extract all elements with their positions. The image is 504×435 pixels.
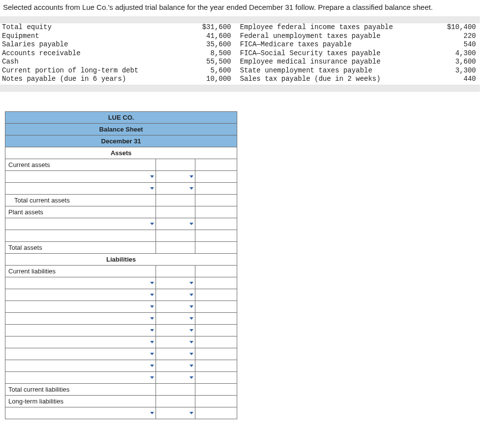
tb-label: Cash [2, 58, 201, 67]
tb-value: 3,300 [439, 67, 476, 75]
value-dropdown[interactable] [156, 371, 195, 383]
account-dropdown[interactable] [5, 371, 156, 383]
value-dropdown[interactable] [156, 407, 195, 419]
tb-label: Total equity [2, 23, 201, 32]
value-dropdown[interactable] [156, 182, 195, 194]
value-dropdown[interactable] [156, 301, 195, 312]
blank-label[interactable] [5, 230, 156, 241]
account-dropdown[interactable] [5, 289, 156, 301]
value-cell[interactable] [195, 182, 237, 194]
value-cell[interactable] [156, 265, 195, 277]
value-cell[interactable] [195, 241, 237, 253]
trial-balance: Total equity Equipment Salaries payable … [0, 23, 480, 85]
tb-label: Accounts receivable [2, 49, 201, 58]
account-dropdown[interactable] [5, 218, 156, 230]
value-cell[interactable] [156, 383, 195, 395]
tb-label: Employee federal income taxes payable [240, 23, 439, 32]
divider [0, 85, 480, 92]
tb-value: 5,600 [201, 67, 231, 75]
value-cell[interactable] [195, 218, 237, 230]
bs-company: LUE CO. [5, 111, 237, 123]
tb-label: FICA—Medicare taxes payable [240, 40, 439, 49]
value-dropdown[interactable] [156, 312, 195, 324]
account-dropdown[interactable] [5, 182, 156, 194]
value-cell[interactable] [195, 265, 237, 277]
value-cell[interactable] [156, 230, 195, 241]
account-dropdown[interactable] [5, 360, 156, 371]
bs-title: Balance Sheet [5, 123, 237, 135]
value-cell[interactable] [195, 383, 237, 395]
value-dropdown[interactable] [156, 277, 195, 289]
tb-label: Current portion of long-term debt [2, 67, 201, 75]
account-dropdown[interactable] [5, 324, 156, 336]
tb-label: State unemployment taxes payable [240, 67, 439, 75]
balance-sheet-table: LUE CO. Balance Sheet December 31 Assets… [5, 111, 237, 419]
tb-value: $10,400 [439, 23, 476, 32]
value-cell[interactable] [195, 194, 237, 206]
long-term-liabilities-label: Long-term liabilities [5, 395, 156, 407]
current-liabilities-label: Current liabilities [5, 265, 156, 277]
assets-header: Assets [5, 147, 237, 159]
tb-label: Salaries payable [2, 40, 201, 49]
value-cell[interactable] [156, 241, 195, 253]
bs-date: December 31 [5, 135, 237, 147]
account-dropdown[interactable] [5, 348, 156, 360]
tb-value: 3,600 [439, 58, 476, 67]
account-dropdown[interactable] [5, 407, 156, 419]
value-dropdown[interactable] [156, 336, 195, 348]
liabilities-header: Liabilities [5, 253, 237, 265]
tb-label: Employee medical insurance payable [240, 58, 439, 67]
value-cell[interactable] [195, 170, 237, 182]
value-cell[interactable] [195, 312, 237, 324]
tb-value: 35,600 [201, 40, 231, 49]
value-cell[interactable] [195, 324, 237, 336]
account-dropdown[interactable] [5, 336, 156, 348]
value-cell[interactable] [195, 277, 237, 289]
tb-label: Equipment [2, 32, 201, 41]
value-cell[interactable] [195, 360, 237, 371]
value-cell[interactable] [156, 159, 195, 170]
account-dropdown[interactable] [5, 312, 156, 324]
value-cell[interactable] [156, 395, 195, 407]
tb-value: 540 [439, 40, 476, 49]
total-current-liabilities-label: Total current liabilities [5, 383, 156, 395]
account-dropdown[interactable] [5, 301, 156, 312]
value-dropdown[interactable] [156, 324, 195, 336]
value-dropdown[interactable] [156, 360, 195, 371]
value-cell[interactable] [195, 159, 237, 170]
problem-statement: Selected accounts from Lue Co.'s adjuste… [0, 0, 504, 16]
total-current-assets-label: Total current assets [5, 194, 156, 206]
value-cell[interactable] [195, 348, 237, 360]
value-cell[interactable] [195, 230, 237, 241]
divider [0, 16, 480, 23]
value-cell[interactable] [195, 336, 237, 348]
tb-label: Notes payable (due in 6 years) [2, 75, 201, 84]
total-assets-label: Total assets [5, 241, 156, 253]
value-dropdown[interactable] [156, 348, 195, 360]
plant-assets-label: Plant assets [5, 206, 156, 218]
tb-value: 10,000 [201, 75, 231, 84]
tb-value: 55,500 [201, 58, 231, 67]
value-dropdown[interactable] [156, 170, 195, 182]
tb-label: Sales tax payable (due in 2 weeks) [240, 75, 439, 84]
value-cell[interactable] [195, 395, 237, 407]
tb-value: $31,600 [201, 23, 231, 32]
tb-value: 4,300 [439, 49, 476, 58]
value-dropdown[interactable] [156, 218, 195, 230]
value-dropdown[interactable] [156, 289, 195, 301]
tb-value: 220 [439, 32, 476, 41]
value-cell[interactable] [195, 289, 237, 301]
value-cell[interactable] [195, 407, 237, 419]
account-dropdown[interactable] [5, 277, 156, 289]
value-cell[interactable] [156, 206, 195, 218]
tb-label: FICA—Social Security taxes payable [240, 49, 439, 58]
tb-label: Federal unemployment taxes payable [240, 32, 439, 41]
current-assets-label: Current assets [5, 159, 156, 170]
value-cell[interactable] [156, 194, 195, 206]
tb-value: 41,600 [201, 32, 231, 41]
account-dropdown[interactable] [5, 170, 156, 182]
value-cell[interactable] [195, 301, 237, 312]
value-cell[interactable] [195, 206, 237, 218]
problem-text: Selected accounts from Lue Co.'s adjuste… [3, 3, 433, 11]
value-cell[interactable] [195, 371, 237, 383]
